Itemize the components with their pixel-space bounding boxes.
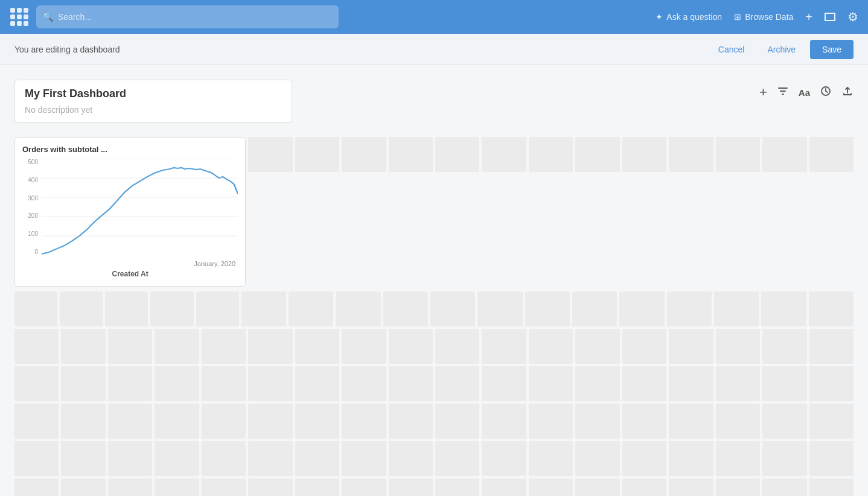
grid-cell — [525, 291, 570, 326]
grid-cell — [342, 366, 386, 401]
grid-cell — [248, 137, 292, 172]
export-button[interactable] — [841, 85, 854, 100]
chart-card[interactable]: Orders with subtotal ... 500 400 300 200… — [14, 137, 246, 287]
grid-cell — [435, 404, 479, 439]
grid-cell — [716, 366, 760, 401]
grid-cell — [14, 291, 57, 326]
grid-cell — [714, 291, 759, 326]
grid-cell — [155, 366, 199, 401]
grid-cell — [155, 441, 199, 476]
grid-cell — [248, 404, 292, 439]
grid-cell — [202, 404, 246, 439]
grid-cell — [389, 441, 433, 476]
settings-button[interactable]: ⚙ — [847, 10, 858, 24]
y-axis: 500 400 300 200 100 0 — [22, 159, 40, 255]
grid-cell — [61, 366, 105, 401]
grid-cell — [809, 479, 854, 496]
dashboard-title-box[interactable]: My First Dashboard No description yet — [14, 80, 292, 122]
sparkle-icon: ✦ — [656, 12, 663, 22]
plus-icon: + — [805, 10, 812, 24]
grid-cell — [716, 329, 760, 364]
new-item-button[interactable]: + — [805, 10, 812, 24]
grid-cell — [435, 137, 479, 172]
save-button[interactable]: Save — [810, 40, 854, 59]
grid-cell — [435, 479, 479, 496]
fullscreen-button[interactable] — [825, 13, 835, 21]
grid-cell — [248, 441, 292, 476]
text-size-button[interactable]: Aa — [799, 87, 810, 98]
add-card-button[interactable]: + — [759, 84, 767, 100]
grid-cell — [762, 137, 806, 172]
search-input[interactable] — [36, 5, 339, 28]
chart-x-label: January, 2020 — [194, 260, 235, 267]
grid-cell — [295, 329, 339, 364]
grid-cell — [809, 441, 854, 476]
dashboard-toolbar: + Aa — [759, 80, 854, 100]
grid-cell — [430, 291, 475, 326]
grid-cell — [809, 137, 854, 172]
grid-cell — [61, 404, 105, 439]
grid-cell — [295, 441, 339, 476]
grid-cell — [289, 291, 333, 326]
ask-question-button[interactable]: ✦ Ask a question — [656, 12, 722, 22]
grid-cell — [762, 479, 806, 496]
grid-cell — [809, 291, 854, 326]
history-button[interactable] — [820, 85, 832, 100]
grid-cell — [622, 137, 666, 172]
grid-cell — [761, 291, 806, 326]
grid-canvas: Orders with subtotal ... 500 400 300 200… — [14, 137, 854, 496]
grid-cell — [389, 366, 433, 401]
grid-cell — [435, 366, 479, 401]
grid-cell — [202, 329, 246, 364]
browse-data-button[interactable]: ⊞ Browse Data — [734, 12, 793, 22]
grid-cell — [482, 137, 526, 172]
grid-cell — [342, 329, 386, 364]
grid-cell — [150, 291, 193, 326]
grid-cell — [295, 479, 339, 496]
grid-row-6 — [14, 441, 854, 476]
archive-button[interactable]: Archive — [759, 41, 804, 58]
cancel-button[interactable]: Cancel — [710, 41, 753, 58]
grid-cell — [435, 441, 479, 476]
edit-banner-actions: Cancel Archive Save — [710, 40, 854, 59]
grid-cell — [477, 291, 522, 326]
grid-cell — [575, 404, 619, 439]
grid-cell — [14, 404, 59, 439]
filter-button[interactable] — [777, 85, 789, 100]
search-wrapper: 🔍 — [36, 5, 339, 28]
grid-cell — [622, 479, 666, 496]
grid-cell — [762, 329, 806, 364]
grid-cell — [809, 329, 854, 364]
grid-cell — [108, 441, 152, 476]
grid-cell — [60, 291, 103, 326]
grid-cell — [108, 329, 152, 364]
grid-cell — [619, 291, 664, 326]
grid-cell — [622, 329, 666, 364]
grid-row-7 — [14, 479, 854, 496]
grid-cell — [482, 441, 526, 476]
chart-svg — [42, 159, 238, 255]
grid-cell — [762, 404, 806, 439]
grid-cell — [762, 366, 806, 401]
grid-cell — [572, 291, 617, 326]
grid-cell — [482, 404, 526, 439]
grid-cell — [667, 291, 712, 326]
grid-cell — [61, 441, 105, 476]
grid-cell — [295, 404, 339, 439]
grid-cell — [61, 479, 105, 496]
grid-cell — [389, 329, 433, 364]
grid-cell — [342, 137, 386, 172]
grid-cell — [435, 329, 479, 364]
grid-cell — [482, 366, 526, 401]
grid-cell — [482, 479, 526, 496]
grid-cell — [336, 291, 380, 326]
grid-cell — [202, 441, 246, 476]
navbar-actions: ✦ Ask a question ⊞ Browse Data + ⚙ — [656, 10, 858, 24]
grid-cell — [248, 366, 292, 401]
app-logo[interactable] — [10, 7, 29, 27]
grid-cell — [529, 441, 573, 476]
grid-cell — [14, 329, 59, 364]
grid-row-2 — [14, 291, 854, 326]
grid-cell — [575, 441, 619, 476]
grid-cell — [762, 441, 806, 476]
